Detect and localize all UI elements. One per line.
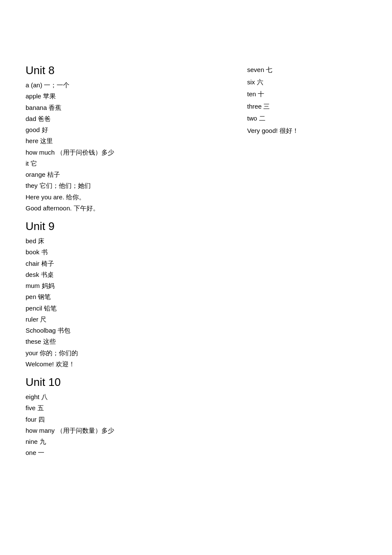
right-vocab-item: two 二 [247, 112, 366, 125]
vocab-item: ruler 尺 [26, 314, 234, 325]
vocab-item: it 它 [26, 158, 234, 169]
vocab-item: these 这些 [26, 336, 234, 347]
vocab-item: here 这里 [26, 135, 234, 147]
vocab-item: eight 八 [26, 391, 234, 403]
unit-heading-unit8: Unit 8 [26, 64, 234, 77]
vocab-item: one 一 [26, 447, 234, 458]
vocab-item: nine 九 [26, 436, 234, 447]
vocab-item: Good afternoon. 下午好。 [26, 203, 234, 214]
main-content: Unit 8a (an) 一；一个apple 苹果banana 香蕉dad 爸爸… [26, 64, 366, 465]
left-column: Unit 8a (an) 一；一个apple 苹果banana 香蕉dad 爸爸… [26, 64, 247, 465]
vocab-item: good 好 [26, 124, 234, 135]
right-vocab-item: Very good! 很好！ [247, 125, 366, 137]
vocab-item: apple 苹果 [26, 91, 234, 102]
vocab-item: book 书 [26, 247, 234, 258]
vocab-item: five 五 [26, 403, 234, 414]
vocab-item: orange 桔子 [26, 169, 234, 180]
right-vocab-item: six 六 [247, 76, 366, 89]
vocab-item: mum 妈妈 [26, 280, 234, 291]
vocab-item: pen 钢笔 [26, 291, 234, 302]
unit-heading-unit10: Unit 10 [26, 376, 234, 389]
vocab-item: your 你的；你们的 [26, 348, 234, 359]
right-column: seven 七six 六ten 十three 三two 二Very good! … [247, 64, 366, 465]
vocab-item: bed 床 [26, 236, 234, 247]
vocab-item: dad 爸爸 [26, 113, 234, 124]
vocab-item: Here you are. 给你。 [26, 192, 234, 203]
vocab-item: chair 椅子 [26, 258, 234, 269]
vocab-item: how many （用于问数量）多少 [26, 425, 234, 436]
unit-section-unit10: Unit 10eight 八five 五four 四how many （用于问数… [26, 376, 234, 459]
vocab-item: desk 书桌 [26, 269, 234, 280]
unit-section-unit8: Unit 8a (an) 一；一个apple 苹果banana 香蕉dad 爸爸… [26, 64, 234, 214]
vocab-item: they 它们；他们；她们 [26, 180, 234, 191]
vocab-item: how much （用于问价钱）多少 [26, 147, 234, 158]
vocab-item: pencil 铅笔 [26, 303, 234, 314]
right-vocab-item: three 三 [247, 101, 366, 113]
unit-section-unit9: Unit 9bed 床book 书chair 椅子desk 书桌mum 妈妈pe… [26, 220, 234, 370]
vocab-item: four 四 [26, 414, 234, 425]
vocab-item: banana 香蕉 [26, 102, 234, 113]
unit-heading-unit9: Unit 9 [26, 220, 234, 233]
right-vocab-item: seven 七 [247, 64, 366, 76]
vocab-item: a (an) 一；一个 [26, 80, 234, 91]
right-vocab-item: ten 十 [247, 88, 366, 101]
vocab-item: Schoolbag 书包 [26, 325, 234, 336]
vocab-item: Welcome! 欢迎！ [26, 359, 234, 370]
